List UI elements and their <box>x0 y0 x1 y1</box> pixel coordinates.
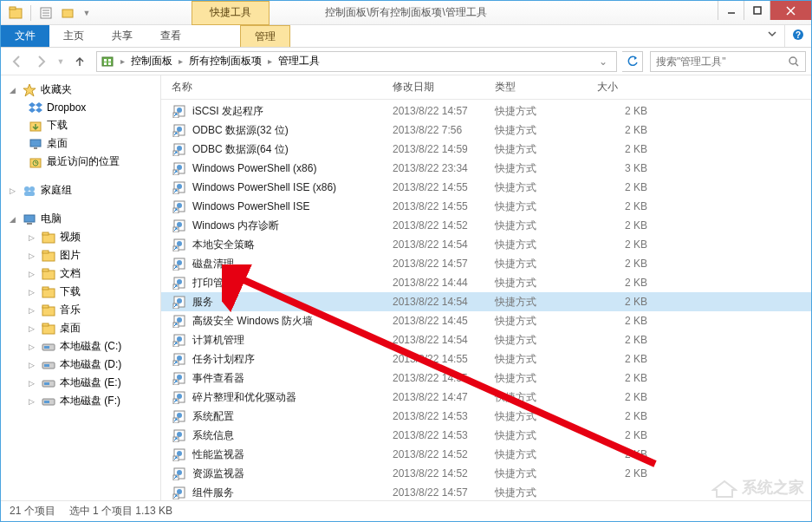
expand-icon[interactable]: ▷ <box>29 324 37 333</box>
tab-share[interactable]: 共享 <box>98 25 146 47</box>
expand-icon[interactable]: ▷ <box>29 306 37 315</box>
navigation-pane[interactable]: ◢ 收藏夹 Dropbox下载桌面最近访问的位置 ▷ 家庭组 ◢ 电脑 <box>1 75 161 500</box>
status-bar: 21 个项目 选中 1 个项目 1.13 KB <box>1 500 811 521</box>
expand-icon[interactable]: ▷ <box>29 251 37 260</box>
shortcut-icon <box>172 370 187 386</box>
expand-icon[interactable]: ▷ <box>29 397 37 406</box>
expand-icon[interactable]: ▷ <box>29 343 37 351</box>
minimize-button[interactable] <box>718 1 744 20</box>
address-bar[interactable]: ▸ 控制面板 ▸ 所有控制面板项 ▸ 管理工具 ⌄ <box>96 51 617 72</box>
sidebar-item[interactable]: ▷图片 <box>1 246 160 264</box>
file-row[interactable]: 计算机管理2013/8/22 14:54快捷方式2 KB <box>161 330 811 349</box>
file-row[interactable]: Windows PowerShell ISE2013/8/22 14:55快捷方… <box>161 197 811 216</box>
column-size[interactable]: 大小 <box>597 80 663 95</box>
expand-icon[interactable]: ▷ <box>29 233 37 242</box>
sidebar-item[interactable]: Dropbox <box>1 99 160 116</box>
status-item-count: 21 个项目 <box>10 504 55 519</box>
file-row[interactable]: 资源监视器2013/8/22 14:52快捷方式2 KB <box>161 464 811 483</box>
up-button[interactable] <box>68 50 91 73</box>
collapse-icon[interactable]: ◢ <box>10 86 18 95</box>
file-row[interactable]: ODBC 数据源(64 位)2013/8/22 14:59快捷方式2 KB <box>161 140 811 159</box>
file-size: 2 KB <box>597 315 663 327</box>
sidebar-item[interactable]: 最近访问的位置 <box>1 153 160 171</box>
file-row[interactable]: 系统配置2013/8/22 14:53快捷方式2 KB <box>161 407 811 426</box>
sidebar-item[interactable]: ▷本地磁盘 (D:) <box>1 356 160 374</box>
sidebar-item[interactable]: 下载 <box>1 116 160 134</box>
address-dropdown-icon[interactable]: ⌄ <box>594 55 613 68</box>
tab-home[interactable]: 主页 <box>49 25 98 47</box>
file-row[interactable]: 性能监视器2013/8/22 14:52快捷方式2 KB <box>161 445 811 464</box>
expand-icon[interactable]: ▷ <box>29 270 37 278</box>
sidebar-item[interactable]: ▷本地磁盘 (F:) <box>1 392 160 410</box>
chevron-right-icon[interactable]: ▸ <box>118 56 127 66</box>
chevron-right-icon[interactable]: ▸ <box>265 56 275 66</box>
column-type[interactable]: 类型 <box>495 80 597 95</box>
file-row[interactable]: Windows 内存诊断2013/8/22 14:52快捷方式2 KB <box>161 216 811 235</box>
file-row[interactable]: Windows PowerShell ISE (x86)2013/8/22 14… <box>161 178 811 197</box>
sidebar-item[interactable]: ▷本地磁盘 (E:) <box>1 374 160 392</box>
file-row[interactable]: 事件查看器2013/8/22 14:55快捷方式2 KB <box>161 369 811 388</box>
shortcut-icon <box>172 351 187 367</box>
search-box[interactable] <box>650 51 806 72</box>
recent-locations-button[interactable]: ▼ <box>55 50 67 73</box>
sidebar-item[interactable]: ▷下载 <box>1 283 160 301</box>
properties-icon[interactable] <box>36 3 55 23</box>
file-date: 2013/8/22 14:57 <box>393 105 495 117</box>
column-date[interactable]: 修改日期 <box>393 80 495 95</box>
shortcut-icon <box>172 313 187 329</box>
file-row[interactable]: 磁盘清理2013/8/22 14:57快捷方式2 KB <box>161 254 811 273</box>
chevron-right-icon[interactable]: ▸ <box>176 56 185 66</box>
file-row[interactable]: 系统信息2013/8/22 14:53快捷方式2 KB <box>161 426 811 445</box>
file-list[interactable]: iSCSI 发起程序2013/8/22 14:57快捷方式2 KBODBC 数据… <box>161 100 811 500</box>
new-folder-icon[interactable] <box>59 3 78 23</box>
sidebar-header-homegroup[interactable]: ▷ 家庭组 <box>1 181 160 199</box>
sidebar-item[interactable]: ▷桌面 <box>1 319 160 337</box>
expand-icon[interactable]: ▷ <box>10 186 18 195</box>
ribbon-expand-button[interactable] <box>760 25 784 47</box>
close-button[interactable] <box>770 1 811 20</box>
breadcrumb-item[interactable]: 所有控制面板项 <box>185 54 265 69</box>
tab-view[interactable]: 查看 <box>146 25 195 47</box>
breadcrumb-item[interactable]: 控制面板 <box>127 54 176 69</box>
sidebar-header-computer[interactable]: ◢ 电脑 <box>1 210 160 228</box>
sidebar-item[interactable]: ▷视频 <box>1 228 160 246</box>
sidebar-item[interactable]: ▷文档 <box>1 264 160 283</box>
expand-icon[interactable]: ▷ <box>29 361 37 369</box>
tab-file[interactable]: 文件 <box>1 25 49 47</box>
forward-button[interactable] <box>30 50 53 73</box>
sidebar-header-favorites[interactable]: ◢ 收藏夹 <box>1 81 160 99</box>
collapse-icon[interactable]: ◢ <box>10 215 18 224</box>
back-button[interactable] <box>6 50 29 73</box>
sidebar-item[interactable]: ▷本地磁盘 (C:) <box>1 337 160 356</box>
file-row[interactable]: 本地安全策略2013/8/22 14:54快捷方式2 KB <box>161 235 811 254</box>
tab-manage[interactable]: 管理 <box>240 25 290 47</box>
qat-dropdown-icon[interactable]: ▼ <box>81 3 92 23</box>
refresh-button[interactable] <box>622 51 643 72</box>
file-row[interactable]: 打印管理2013/8/22 14:44快捷方式2 KB <box>161 273 811 292</box>
file-row[interactable]: 组件服务2013/8/22 14:57快捷方式 <box>161 483 811 500</box>
file-row[interactable]: 碎片整理和优化驱动器2013/8/22 14:47快捷方式2 KB <box>161 388 811 407</box>
file-row[interactable]: Windows PowerShell (x86)2013/8/22 23:34快… <box>161 159 811 178</box>
file-row[interactable]: ODBC 数据源(32 位)2013/8/22 7:56快捷方式2 KB <box>161 121 811 140</box>
file-type: 快捷方式 <box>495 104 597 119</box>
help-button[interactable]: ? <box>784 25 811 47</box>
column-name[interactable]: 名称 <box>172 80 393 95</box>
file-date: 2013/8/22 14:54 <box>393 238 495 251</box>
breadcrumb-item[interactable]: 管理工具 <box>275 54 323 69</box>
file-row[interactable]: iSCSI 发起程序2013/8/22 14:57快捷方式2 KB <box>161 101 811 121</box>
file-row[interactable]: 高级安全 Windows 防火墙2013/8/22 14:45快捷方式2 KB <box>161 311 811 330</box>
maximize-button[interactable] <box>744 1 770 20</box>
search-input[interactable] <box>656 55 788 68</box>
expand-icon[interactable]: ▷ <box>29 379 37 388</box>
sidebar-item[interactable]: 桌面 <box>1 134 160 153</box>
file-row[interactable]: 任务计划程序2013/8/22 14:55快捷方式2 KB <box>161 349 811 369</box>
svg-rect-41 <box>42 323 49 326</box>
file-date: 2013/8/22 14:52 <box>393 219 495 232</box>
file-row[interactable]: 服务2013/8/22 14:54快捷方式2 KB <box>161 292 811 311</box>
svg-point-51 <box>177 108 182 113</box>
expand-icon[interactable]: ▷ <box>29 288 37 297</box>
file-date: 2013/8/22 14:47 <box>393 391 495 403</box>
sidebar-item[interactable]: ▷音乐 <box>1 301 160 319</box>
sidebar-item-label: 本地磁盘 (E:) <box>60 375 121 390</box>
file-type: 快捷方式 <box>495 161 597 176</box>
